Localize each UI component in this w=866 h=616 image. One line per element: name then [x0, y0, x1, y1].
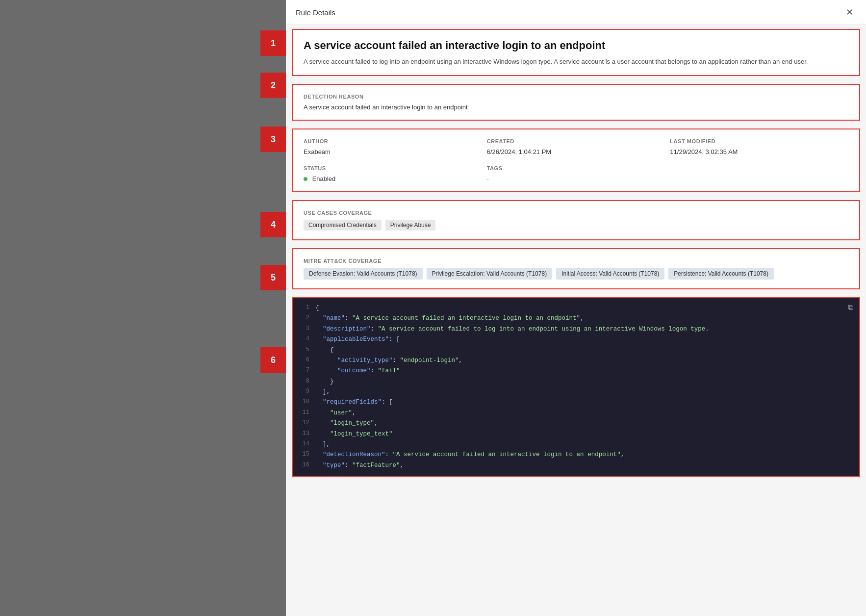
status-row: STATUS Enabled TAGS - [304, 165, 848, 182]
rule-title: A service account failed an interactive … [304, 39, 848, 53]
status-dot [304, 177, 307, 181]
detection-reason-section: DETECTION REASON A service account faile… [292, 84, 860, 121]
author-value: Exabeam [304, 148, 482, 155]
code-line-8: 8 } [298, 377, 859, 387]
mitre-tag-1: Privilege Escalation: Valid Accounts (T1… [427, 268, 553, 280]
left-panel: 1 2 3 4 5 6 [0, 0, 286, 616]
modal-title: Rule Details [296, 8, 335, 17]
tags-label: TAGS [487, 165, 665, 171]
tags-value: - [487, 175, 665, 182]
badge-2: 2 [260, 73, 286, 98]
use-cases-tags: Compromised Credentials Privilege Abuse [304, 220, 848, 231]
status-cell: STATUS Enabled [304, 165, 482, 182]
author-cell: AUTHOR Exabeam [304, 138, 482, 155]
last-modified-value: 11/29/2024, 3:02:35 AM [670, 148, 848, 155]
created-value: 6/26/2024, 1:04:21 PM [487, 148, 665, 155]
code-line-13: 13 "login_type_text" [298, 429, 859, 439]
code-body: 1 { 2 "name": "A service account failed … [293, 298, 859, 476]
last-modified-label: LAST MODIFIED [670, 138, 848, 144]
created-label: CREATED [487, 138, 665, 144]
detection-reason-label: DETECTION REASON [304, 94, 848, 100]
use-cases-label: USE CASES COVERAGE [304, 210, 848, 216]
code-line-4: 4 "applicableEvents": [ [298, 334, 859, 345]
empty-cell [670, 165, 848, 182]
metadata-section: AUTHOR Exabeam CREATED 6/26/2024, 1:04:2… [292, 128, 860, 192]
created-cell: CREATED 6/26/2024, 1:04:21 PM [487, 138, 665, 155]
code-line-9: 9 ], [298, 387, 859, 397]
code-line-2: 2 "name": "A service account failed an i… [298, 313, 859, 324]
metadata-grid: AUTHOR Exabeam CREATED 6/26/2024, 1:04:2… [304, 138, 848, 155]
tag-privilege-abuse: Privilege Abuse [385, 220, 436, 231]
mitre-tag-2: Initial Access: Valid Accounts (T1078) [556, 268, 664, 280]
code-line-10: 10 "requiredFields": [ [298, 397, 859, 408]
code-line-6: 6 "activity_type": "endpoint-login", [298, 356, 859, 366]
mitre-tag-3: Persistence: Valid Accounts (T1078) [668, 268, 774, 280]
code-line-1: 1 { [298, 303, 859, 313]
status-value: Enabled [304, 175, 482, 182]
detection-reason-value: A service account failed an interactive … [304, 103, 848, 111]
code-section: ⧉ 1 { 2 "name": "A service account faile… [292, 297, 860, 477]
tags-cell: TAGS - [487, 165, 665, 182]
status-label: STATUS [304, 165, 482, 171]
badge-6: 6 [260, 347, 286, 373]
mitre-section: MITRE ATT&CK COVERAGE Defense Evasion: V… [292, 248, 860, 289]
badge-3: 3 [260, 127, 286, 152]
mitre-label: MITRE ATT&CK COVERAGE [304, 258, 848, 264]
code-line-12: 12 "login_type", [298, 418, 859, 429]
modal-header: Rule Details ✕ [286, 0, 866, 25]
modal-body: A service account failed an interactive … [286, 25, 866, 616]
status-text: Enabled [312, 175, 336, 182]
badge-5: 5 [260, 265, 286, 290]
tag-compromised-credentials: Compromised Credentials [304, 220, 382, 231]
badge-1: 1 [260, 30, 286, 56]
mitre-tag-0: Defense Evasion: Valid Accounts (T1078) [304, 268, 423, 280]
code-line-7: 7 "outcome": "fail" [298, 366, 859, 376]
rule-title-section: A service account failed an interactive … [292, 29, 860, 76]
code-line-14: 14 ], [298, 439, 859, 450]
author-label: AUTHOR [304, 138, 482, 144]
code-line-15: 15 "detectionReason": "A service account… [298, 450, 859, 460]
code-line-11: 11 "user", [298, 408, 859, 418]
close-button[interactable]: ✕ [843, 7, 856, 18]
rule-details-modal: Rule Details ✕ A service account failed … [286, 0, 866, 616]
mitre-tags: Defense Evasion: Valid Accounts (T1078) … [304, 268, 848, 280]
badge-4: 4 [260, 212, 286, 237]
code-line-5: 5 { [298, 345, 859, 356]
code-line-3: 3 "description": "A service account fail… [298, 324, 859, 334]
use-cases-section: USE CASES COVERAGE Compromised Credentia… [292, 200, 860, 240]
rule-description: A service account failed to log into an … [304, 57, 848, 67]
last-modified-cell: LAST MODIFIED 11/29/2024, 3:02:35 AM [670, 138, 848, 155]
copy-button[interactable]: ⧉ [848, 303, 853, 312]
code-line-16: 16 "type": "factFeature", [298, 461, 859, 471]
